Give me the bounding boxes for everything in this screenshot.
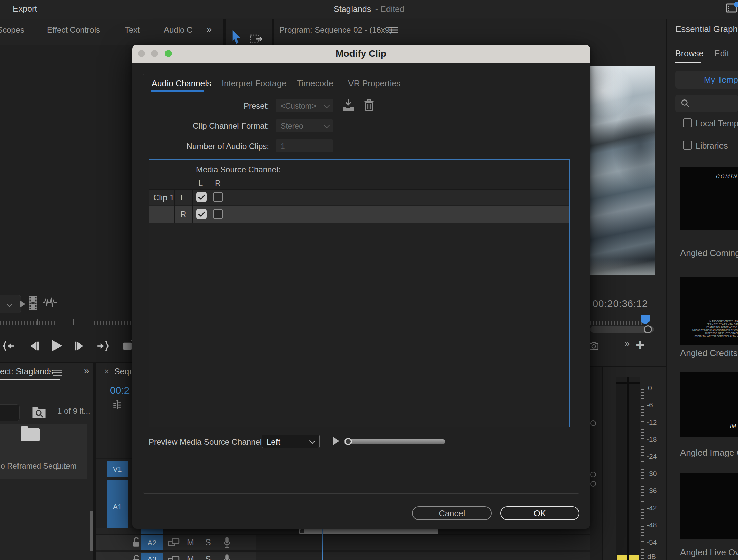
template-thumb-credits[interactable]: IN ASSOCIATION WITH PARTNER "FILM TITLE"…	[680, 277, 738, 345]
program-playhead-icon[interactable]	[641, 315, 650, 325]
ok-button[interactable]: OK	[500, 506, 579, 520]
meter-label: -24	[647, 452, 657, 460]
preview-channel-value: Left	[267, 437, 280, 447]
dialog-tab-timecode[interactable]: Timecode	[297, 79, 333, 88]
export-frame-camera-icon[interactable]	[589, 342, 599, 350]
template-label[interactable]: Angled Credits	[680, 348, 738, 358]
template-category-dropdown[interactable]: My Templa	[675, 71, 738, 89]
timeline-playhead-line[interactable]	[322, 529, 323, 560]
dialog-tab-interpret-footage[interactable]: Interpret Footage	[222, 79, 286, 88]
template-thumb-image-caption[interactable]: IM	[680, 372, 738, 437]
template-thumb-live-overlay[interactable]	[680, 473, 738, 539]
program-panel-title[interactable]: Program: Sequence 02 - (16x9)	[279, 26, 392, 34]
lock-open-icon[interactable]	[132, 537, 141, 548]
tab-edit[interactable]: Edit	[714, 49, 729, 58]
modify-clip-dialog: Modify Clip Audio Channels Interpret Foo…	[132, 45, 590, 529]
preset-value: <Custom>	[281, 102, 316, 111]
search-input[interactable]	[675, 95, 738, 112]
project-panel-tab[interactable]: ect: Staglands	[0, 367, 53, 376]
preview-channel-dropdown[interactable]: Left	[262, 435, 320, 448]
checkbox-clip1-r-srcL[interactable]	[196, 209, 207, 219]
dialog-tab-audio-channels[interactable]: Audio Channels	[152, 79, 211, 88]
program-panel-menu-icon[interactable]	[389, 27, 398, 33]
project-scrollbar[interactable]	[90, 511, 93, 551]
meter-bar-right	[628, 383, 640, 560]
filter-libraries-checkbox[interactable]	[683, 141, 692, 150]
tab-browse[interactable]: Browse	[675, 49, 703, 58]
clip-channel-format-label: Clip Channel Format:	[148, 121, 269, 131]
program-scrollbar-handle[interactable]	[644, 325, 652, 333]
meter-label: -6	[647, 401, 653, 409]
tab-effect-controls[interactable]: Effect Controls	[47, 26, 100, 34]
table-row-divider	[149, 223, 569, 223]
program-add-button[interactable]: +	[636, 336, 645, 353]
mic-icon[interactable]	[223, 536, 231, 549]
project-filter-input[interactable]	[0, 404, 20, 421]
timeline-clip-bar[interactable]	[299, 529, 438, 534]
filter-local-templates-checkbox[interactable]	[683, 118, 692, 127]
checkbox-clip1-l-srcR[interactable]	[213, 192, 223, 202]
delete-preset-icon[interactable]	[364, 98, 374, 112]
project-overflow-icon[interactable]: »	[84, 366, 89, 376]
template-label[interactable]: Angled Image Cap	[680, 448, 738, 458]
save-preset-icon[interactable]	[342, 98, 355, 112]
source-play-icon[interactable]	[20, 301, 25, 307]
timeline-scroll-knob[interactable]	[590, 420, 596, 426]
template-label[interactable]: Angled Coming Up	[680, 248, 738, 258]
preview-volume-knob[interactable]	[345, 438, 352, 445]
timeline-scroll-knob[interactable]	[590, 481, 596, 487]
meter-clip-indicator-right[interactable]	[628, 377, 640, 383]
track-source-icon[interactable]	[168, 538, 180, 547]
template-label[interactable]: Angled Live Overl	[680, 547, 738, 558]
lock-open-icon[interactable]	[132, 555, 141, 560]
dialog-tab-vr-properties[interactable]: VR Properties	[348, 79, 401, 88]
project-bin-area[interactable]	[0, 424, 87, 479]
template-thumb-coming-up[interactable]: COMING	[680, 167, 738, 230]
drag-video-filmstrip-icon[interactable]	[28, 295, 38, 311]
track-v1-button[interactable]: V1	[107, 461, 128, 477]
preview-play-button[interactable]	[333, 437, 339, 445]
selection-tool-icon[interactable]	[231, 30, 242, 44]
play-button[interactable]	[50, 339, 63, 352]
goto-in-button[interactable]	[3, 340, 15, 352]
checkbox-clip1-l-srcL[interactable]	[196, 192, 207, 202]
bin-folder-icon[interactable]	[21, 428, 40, 441]
track-a3-button[interactable]: A3	[141, 553, 163, 560]
timeline-timecode[interactable]: 00:2	[110, 385, 130, 396]
program-overflow-icon[interactable]: »	[624, 337, 630, 349]
dialog-titlebar[interactable]: Modify Clip	[132, 45, 590, 63]
workspace-icon[interactable]	[725, 2, 738, 13]
tab-overflow-icon[interactable]: »	[207, 24, 212, 35]
table-row[interactable]	[149, 190, 569, 205]
tab-audio-clip-mixer[interactable]: Audio C	[164, 26, 192, 34]
table-row-selected[interactable]	[149, 206, 569, 223]
checkbox-clip1-r-srcR[interactable]	[213, 209, 223, 219]
timeline-scroll-knob[interactable]	[590, 472, 596, 477]
cancel-button[interactable]: Cancel	[412, 506, 492, 520]
step-forward-button[interactable]	[74, 340, 86, 352]
goto-out-button[interactable]	[97, 340, 109, 352]
track-a2-solo-button[interactable]: S	[205, 538, 211, 547]
track-source-icon[interactable]	[168, 555, 180, 560]
step-back-button[interactable]	[28, 340, 40, 352]
timeline-tab[interactable]: Sequ	[114, 367, 134, 376]
track-a3-solo-button[interactable]: S	[205, 555, 211, 560]
meter-clip-indicator-left[interactable]	[616, 377, 628, 383]
track-a2-button[interactable]: A2	[141, 535, 163, 550]
essential-graphics-title[interactable]: Essential Graphics	[675, 24, 738, 34]
drag-audio-waveform-icon[interactable]	[42, 297, 57, 307]
preview-volume-slider[interactable]	[344, 439, 445, 444]
export-frame-icon[interactable]	[250, 32, 264, 44]
tab-scopes[interactable]: Scopes	[0, 26, 24, 34]
panel-divider	[272, 19, 274, 45]
track-a2-mute-button[interactable]: M	[187, 538, 194, 547]
timeline-settings-icon[interactable]	[112, 399, 123, 410]
track-a1-button[interactable]: A1	[107, 480, 128, 534]
find-item-icon[interactable]	[32, 405, 46, 419]
track-a3-mute-button[interactable]: M	[187, 555, 194, 560]
project-panel-menu-icon[interactable]	[53, 369, 62, 376]
meter-label: -12	[647, 418, 657, 426]
mic-icon[interactable]	[223, 554, 231, 560]
timeline-tab-close-icon[interactable]: ×	[104, 367, 109, 376]
tab-text[interactable]: Text	[125, 26, 140, 34]
